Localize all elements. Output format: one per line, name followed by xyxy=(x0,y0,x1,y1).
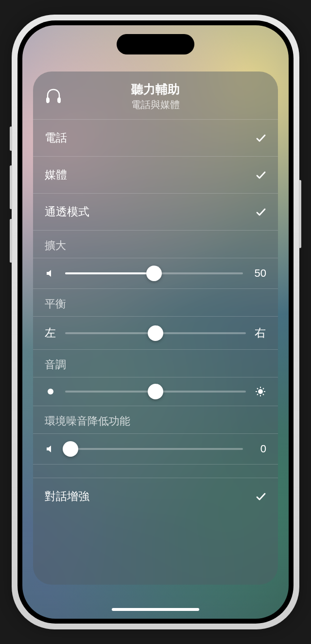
screen: 聽力輔助 電話與媒體 電話 媒體 xyxy=(22,25,289,619)
phone-frame: 聽力輔助 電話與媒體 電話 媒體 xyxy=(12,15,299,629)
slider-balance[interactable]: 左 右 xyxy=(33,317,278,350)
slider-thumb[interactable] xyxy=(148,325,163,341)
panel-title: 聽力輔助 xyxy=(45,81,266,97)
phone-body: 聽力輔助 電話與媒體 電話 媒體 xyxy=(17,20,294,624)
checkmark-icon xyxy=(256,491,266,502)
slider-tone[interactable] xyxy=(33,377,278,406)
svg-point-0 xyxy=(48,389,53,394)
power-button xyxy=(299,180,301,248)
slider-noise-reduction[interactable]: 0 xyxy=(33,434,278,465)
dark-dot-icon xyxy=(45,388,56,395)
volume-up-button xyxy=(10,165,12,209)
toggle-label: 對話增強 xyxy=(45,489,89,504)
slider-fill xyxy=(65,272,154,274)
slider-track[interactable] xyxy=(65,332,246,334)
slider-thumb[interactable] xyxy=(148,384,163,399)
balance-right-label: 右 xyxy=(255,325,266,340)
toggle-phone[interactable]: 電話 xyxy=(33,120,278,157)
panel-subtitle: 電話與媒體 xyxy=(45,98,266,111)
section-noise-reduction: 環境噪音降低功能 xyxy=(33,406,278,434)
spacer xyxy=(33,465,278,478)
slider-track[interactable] xyxy=(65,391,246,393)
slider-track[interactable] xyxy=(65,448,243,450)
section-amplification: 擴大 xyxy=(33,231,278,258)
volume-down-button xyxy=(10,219,12,263)
speaker-low-icon xyxy=(45,444,56,454)
section-tone: 音調 xyxy=(33,350,278,377)
header-text: 聽力輔助 電話與媒體 xyxy=(45,81,266,111)
ring-switch xyxy=(10,126,12,151)
svg-point-1 xyxy=(259,390,262,394)
home-indicator[interactable] xyxy=(112,608,199,611)
slider-amplification[interactable]: 50 xyxy=(33,258,278,289)
slider-track[interactable] xyxy=(65,272,243,274)
toggle-label: 電話 xyxy=(45,130,67,145)
svg-line-7 xyxy=(263,394,264,395)
toggle-conversation-boost[interactable]: 對話增強 xyxy=(33,478,278,515)
svg-line-8 xyxy=(257,394,258,395)
toggle-label: 通透模式 xyxy=(45,204,89,219)
checkmark-icon xyxy=(256,133,266,143)
hearing-panel: 聽力輔助 電話與媒體 電話 媒體 xyxy=(33,72,278,585)
balance-left-label: 左 xyxy=(45,325,56,340)
brightness-icon xyxy=(255,386,266,397)
slider-thumb[interactable] xyxy=(146,266,162,281)
slider-value: 50 xyxy=(252,267,266,280)
toggle-label: 媒體 xyxy=(45,167,67,182)
checkmark-icon xyxy=(256,170,266,180)
slider-value: 0 xyxy=(252,443,266,455)
speaker-low-icon xyxy=(45,268,56,278)
panel-header: 聽力輔助 電話與媒體 xyxy=(33,72,278,120)
toggle-transparency[interactable]: 通透模式 xyxy=(33,194,278,231)
section-balance: 平衡 xyxy=(33,289,278,317)
svg-line-9 xyxy=(263,388,264,389)
svg-line-6 xyxy=(257,388,258,389)
slider-thumb[interactable] xyxy=(63,441,78,457)
toggle-media[interactable]: 媒體 xyxy=(33,157,278,194)
checkmark-icon xyxy=(256,207,266,217)
dynamic-island xyxy=(117,34,194,54)
